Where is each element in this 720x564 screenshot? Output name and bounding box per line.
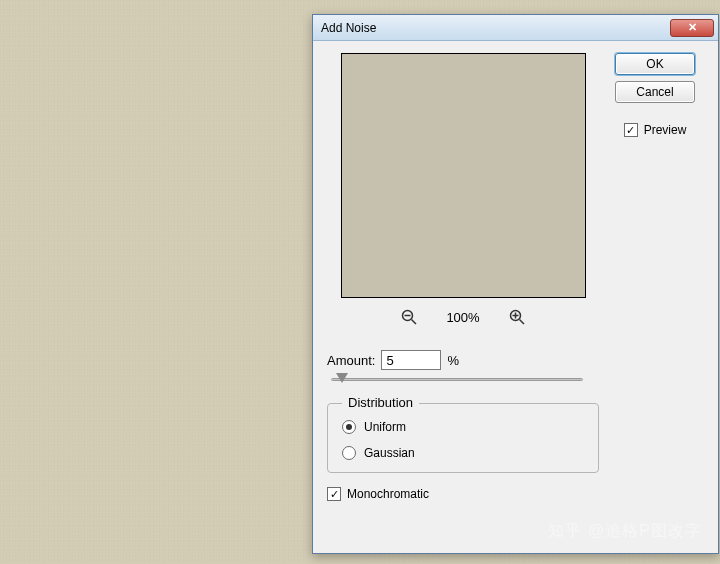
slider-thumb[interactable]: [336, 373, 348, 383]
right-column: OK Cancel Preview: [611, 53, 699, 501]
close-icon: ✕: [688, 21, 697, 34]
radio-uniform-label: Uniform: [364, 420, 406, 434]
watermark-user: @追格P图改字: [588, 521, 702, 542]
zoom-out-button[interactable]: [400, 308, 418, 326]
titlebar[interactable]: Add Noise ✕: [313, 15, 718, 41]
radio-gaussian-input[interactable]: [342, 446, 356, 460]
cancel-button[interactable]: Cancel: [615, 81, 695, 103]
dialog-body: 100% Amount: % Distribut: [313, 41, 718, 513]
close-button[interactable]: ✕: [670, 19, 714, 37]
monochromatic-row[interactable]: Monochromatic: [327, 487, 599, 501]
svg-line-4: [519, 320, 524, 325]
preview-checkbox[interactable]: [624, 123, 638, 137]
amount-slider[interactable]: [331, 378, 583, 381]
zoom-controls: 100%: [327, 308, 599, 326]
radio-gaussian[interactable]: Gaussian: [342, 446, 584, 460]
zoom-in-icon: [509, 309, 525, 325]
amount-label: Amount:: [327, 353, 375, 368]
svg-line-1: [412, 320, 417, 325]
amount-suffix: %: [447, 353, 459, 368]
radio-gaussian-label: Gaussian: [364, 446, 415, 460]
preview-row[interactable]: Preview: [624, 123, 687, 137]
preview-canvas[interactable]: [341, 53, 586, 298]
monochromatic-checkbox[interactable]: [327, 487, 341, 501]
zoom-in-button[interactable]: [508, 308, 526, 326]
amount-row: Amount: %: [327, 350, 599, 370]
ok-button[interactable]: OK: [615, 53, 695, 75]
dialog-title: Add Noise: [321, 21, 670, 35]
radio-uniform[interactable]: Uniform: [342, 420, 584, 434]
watermark: 知乎 @追格P图改字: [548, 521, 702, 542]
zoom-out-icon: [401, 309, 417, 325]
zoom-level: 100%: [446, 310, 479, 325]
preview-label: Preview: [644, 123, 687, 137]
amount-input[interactable]: [381, 350, 441, 370]
distribution-legend: Distribution: [342, 395, 419, 410]
distribution-group: Distribution Uniform Gaussian: [327, 403, 599, 473]
left-column: 100% Amount: % Distribut: [327, 53, 599, 501]
watermark-brand: 知乎: [548, 521, 582, 542]
monochromatic-label: Monochromatic: [347, 487, 429, 501]
radio-uniform-input[interactable]: [342, 420, 356, 434]
add-noise-dialog: Add Noise ✕ 100%: [312, 14, 719, 554]
